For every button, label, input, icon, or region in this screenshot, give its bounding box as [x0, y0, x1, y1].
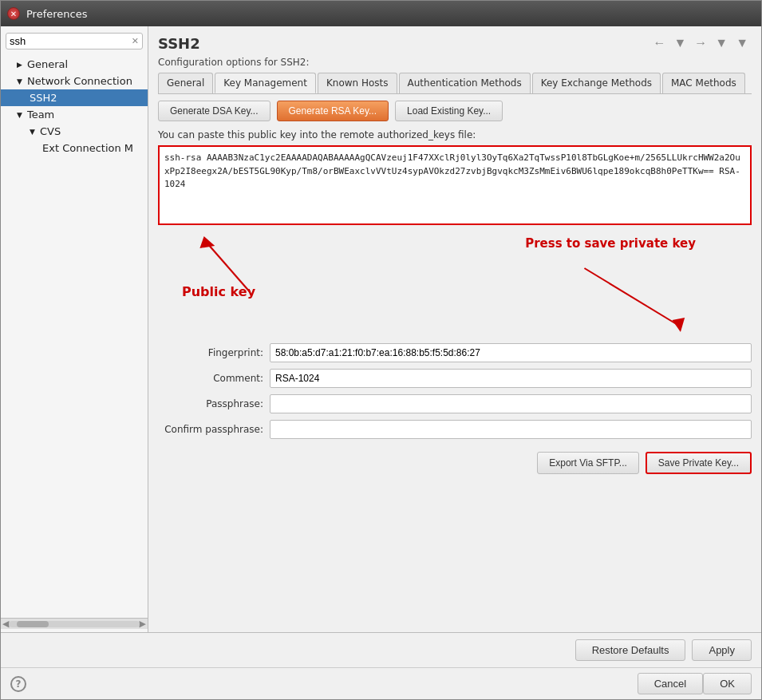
fingerprint-input[interactable] — [270, 343, 752, 362]
apply-button[interactable]: Apply — [692, 639, 752, 661]
key-buttons-row: Generate DSA Key... Generate RSA Key... … — [158, 101, 752, 121]
scroll-left-icon[interactable]: ◀ — [2, 619, 9, 629]
comment-input[interactable] — [270, 369, 752, 388]
preferences-window: ✕ Preferences ✕ ▶ General ▼ Network Conn… — [0, 0, 762, 700]
expand-icon: ▼ — [17, 77, 22, 85]
bottom-bar: Restore Defaults Apply — [1, 632, 761, 667]
passphrase-row: Passphrase: — [158, 394, 752, 413]
confirm-passphrase-input[interactable] — [270, 420, 752, 439]
annotation-public-key: Public key — [182, 284, 255, 299]
confirm-passphrase-row: Confirm passphrase: — [158, 420, 752, 439]
tab-key-management[interactable]: Key Management — [215, 73, 316, 93]
tab-known-hosts[interactable]: Known Hosts — [318, 73, 397, 93]
sidebar-item-network[interactable]: ▼ Network Connection — [1, 73, 148, 89]
content-title: SSH2 — [158, 35, 200, 52]
nav-back-button[interactable]: ← — [649, 34, 669, 52]
expand-icon: ▼ — [30, 128, 35, 136]
svg-line-2 — [584, 268, 676, 324]
passphrase-input[interactable] — [270, 394, 752, 413]
nav-forward-dropdown[interactable]: ▼ — [712, 34, 731, 52]
scrollbar-track[interactable] — [9, 621, 139, 627]
scroll-right-icon[interactable]: ▶ — [140, 619, 146, 629]
svg-marker-1 — [199, 236, 215, 248]
tab-auth-methods[interactable]: Authentication Methods — [399, 73, 531, 93]
nav-forward-button[interactable]: → — [691, 34, 710, 52]
sidebar-item-label: Team — [27, 109, 54, 121]
passphrase-label: Passphrase: — [158, 398, 270, 409]
restore-defaults-button[interactable]: Restore Defaults — [575, 639, 686, 661]
sidebar-item-label: Ext Connection M — [42, 142, 133, 154]
annotation-area: Public key Press to save private key — [158, 228, 752, 340]
fingerprint-row: Fingerprint: — [158, 343, 752, 362]
export-sftp-button[interactable]: Export Via SFTP... — [537, 452, 639, 474]
nav-buttons: ← ▼ → ▼ ▼ — [649, 34, 752, 52]
generate-dsa-button[interactable]: Generate DSA Key... — [158, 101, 270, 121]
sidebar-item-ssh2[interactable]: SSH2 — [1, 89, 148, 106]
save-private-key-button[interactable]: Save Private Key... — [646, 452, 752, 474]
sidebar-item-team[interactable]: ▼ Team — [1, 106, 148, 123]
sidebar: ✕ ▶ General ▼ Network Connection SSH2 ▼ … — [1, 26, 148, 632]
generate-rsa-button[interactable]: Generate RSA Key... — [277, 101, 389, 121]
svg-marker-3 — [672, 318, 685, 332]
nav-back-dropdown[interactable]: ▼ — [670, 34, 689, 52]
expand-icon: ▼ — [17, 111, 22, 119]
annotation-save-private: Press to save private key — [525, 236, 696, 251]
search-input[interactable] — [10, 35, 132, 47]
ok-button[interactable]: OK — [703, 673, 752, 694]
comment-label: Comment: — [158, 373, 270, 384]
instructions-label: You can paste this public key into the r… — [158, 129, 752, 140]
action-buttons-row: Export Via SFTP... Save Private Key... — [158, 452, 752, 477]
search-clear-icon[interactable]: ✕ — [132, 36, 139, 46]
config-label: Configuration options for SSH2: — [158, 57, 752, 68]
help-button[interactable]: ? — [10, 676, 26, 692]
sidebar-item-label: Network Connection — [27, 75, 132, 87]
sidebar-item-cvs[interactable]: ▼ CVS — [1, 123, 148, 140]
tab-general[interactable]: General — [158, 73, 213, 93]
tab-bar: General Key Management Known Hosts Authe… — [158, 73, 752, 94]
public-key-box: ssh-rsa AAAAB3NzaC1yc2EAAAADAQABAAAAAgQC… — [158, 145, 752, 225]
content-header: SSH2 ← ▼ → ▼ ▼ — [158, 34, 752, 52]
fingerprint-label: Fingerprint: — [158, 347, 270, 358]
sidebar-item-label: CVS — [40, 125, 61, 137]
cancel-button[interactable]: Cancel — [638, 673, 703, 694]
sidebar-item-general[interactable]: ▶ General — [1, 56, 148, 73]
load-existing-button[interactable]: Load Existing Key... — [395, 101, 503, 121]
scrollbar-thumb[interactable] — [17, 621, 49, 627]
confirm-passphrase-label: Confirm passphrase: — [158, 424, 270, 435]
nav-menu-button[interactable]: ▼ — [732, 34, 752, 52]
sidebar-item-label: General — [27, 58, 68, 70]
content-area: SSH2 ← ▼ → ▼ ▼ Configuration options for… — [148, 26, 761, 632]
panel-key-management: Generate DSA Key... Generate RSA Key... … — [158, 101, 752, 629]
titlebar: ✕ Preferences — [1, 1, 761, 26]
comment-row: Comment: — [158, 369, 752, 388]
tab-key-exchange[interactable]: Key Exchange Methods — [532, 73, 661, 93]
tab-mac-methods[interactable]: MAC Methods — [662, 73, 745, 93]
sidebar-item-ext-connection[interactable]: Ext Connection M — [1, 140, 148, 156]
help-cancel-ok-bar: ? Cancel OK — [1, 667, 761, 699]
expand-icon: ▶ — [17, 61, 22, 69]
sidebar-scrollbar[interactable]: ◀ ▶ — [1, 618, 148, 629]
close-button[interactable]: ✕ — [7, 7, 20, 20]
search-box[interactable]: ✕ — [6, 33, 143, 49]
sidebar-item-label: SSH2 — [30, 92, 57, 104]
window-title: Preferences — [26, 8, 87, 20]
main-area: ✕ ▶ General ▼ Network Connection SSH2 ▼ … — [1, 26, 761, 632]
